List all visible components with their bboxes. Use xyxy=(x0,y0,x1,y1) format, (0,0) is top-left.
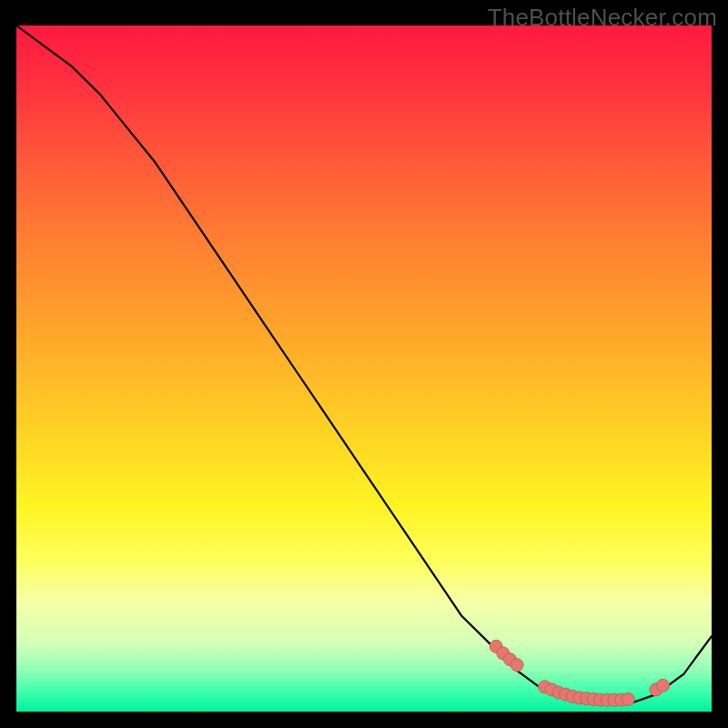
chart-plot-area xyxy=(16,25,712,712)
data-dot xyxy=(622,693,634,705)
data-dots xyxy=(490,640,669,706)
chart-svg xyxy=(16,25,712,712)
curve-line xyxy=(16,25,712,704)
watermark-text: TheBottleNecker.com xyxy=(488,4,717,32)
data-dot xyxy=(657,679,670,692)
data-dot xyxy=(511,659,523,672)
